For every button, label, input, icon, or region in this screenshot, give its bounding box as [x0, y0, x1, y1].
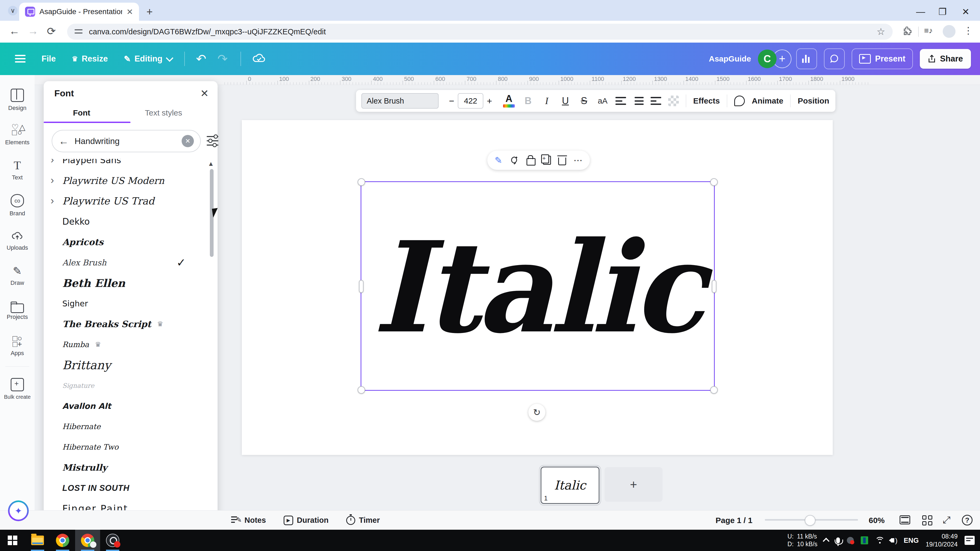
timer-button[interactable]: Timer: [346, 516, 380, 525]
font-list-item[interactable]: Brittany: [44, 355, 209, 375]
sidebar-item-draw[interactable]: ✎Draw: [2, 258, 33, 293]
browser-menu-icon[interactable]: ⋮: [964, 25, 973, 36]
position-button[interactable]: Position: [797, 96, 829, 105]
tray-expand-icon[interactable]: [822, 538, 829, 545]
duration-button[interactable]: ▶Duration: [284, 516, 329, 525]
file-menu-button[interactable]: File: [41, 54, 56, 64]
insights-button[interactable]: [796, 48, 817, 69]
more-options-icon[interactable]: ⋯: [574, 155, 583, 165]
font-size-value[interactable]: 422: [458, 93, 483, 109]
tab-text-styles[interactable]: Text styles: [145, 108, 182, 118]
page-thumbnail-1[interactable]: Italic 1: [541, 467, 600, 504]
file-explorer-taskbar-icon[interactable]: [25, 530, 50, 551]
obs-taskbar-icon[interactable]: [100, 530, 125, 551]
sidebar-item-text[interactable]: TText: [2, 153, 33, 188]
resize-handle-right[interactable]: [712, 280, 716, 293]
line-spacing-icon[interactable]: [651, 97, 661, 105]
font-list-item[interactable]: ›Playpen Sans: [44, 159, 209, 170]
font-list-item[interactable]: Alex Brush✓: [44, 252, 209, 273]
reload-button[interactable]: ⟳: [47, 25, 56, 37]
canva-assistant-button[interactable]: ✦: [8, 500, 29, 521]
start-button[interactable]: [0, 530, 25, 551]
add-page-button[interactable]: +: [605, 467, 663, 502]
browser-tab[interactable]: AsapGuide - Presentation ✕: [19, 3, 139, 21]
bold-button[interactable]: B: [522, 95, 534, 106]
font-search-input[interactable]: ← Handwriting ✕: [52, 130, 201, 152]
font-list-item[interactable]: ›Playwrite US Trad: [44, 191, 209, 211]
microphone-icon[interactable]: [836, 537, 840, 543]
sidebar-item-bulk-create[interactable]: Bulk create: [2, 371, 33, 407]
design-title[interactable]: AsapGuide: [709, 54, 751, 64]
tray-app-icon[interactable]: [861, 536, 868, 545]
transparency-button[interactable]: [668, 95, 679, 106]
delete-icon[interactable]: [558, 157, 566, 165]
resize-handle-left[interactable]: [359, 280, 363, 293]
window-close-button[interactable]: ✕: [962, 6, 970, 17]
help-button[interactable]: ?: [962, 515, 972, 526]
undo-button[interactable]: ↶: [196, 52, 206, 66]
zoom-slider[interactable]: [765, 519, 858, 521]
window-minimize-button[interactable]: —: [916, 6, 925, 17]
presenter-view-icon[interactable]: [900, 515, 910, 524]
rotate-handle[interactable]: ↻: [528, 404, 546, 421]
selection-box[interactable]: [361, 181, 715, 391]
font-list-item[interactable]: Avallon Alt: [44, 396, 209, 416]
site-settings-icon[interactable]: [75, 28, 83, 35]
language-indicator[interactable]: ENG: [904, 536, 919, 545]
font-list-item[interactable]: ›Playwrite US Modern: [44, 170, 209, 191]
italic-button[interactable]: I: [541, 95, 552, 106]
comment-add-icon[interactable]: [510, 156, 519, 165]
font-list-item[interactable]: Beth Ellen: [44, 273, 209, 293]
text-color-button[interactable]: A: [503, 94, 515, 108]
notification-center-icon[interactable]: [964, 536, 975, 545]
resize-handle-top-left[interactable]: [358, 178, 365, 186]
share-button[interactable]: Share: [920, 49, 971, 69]
effects-button[interactable]: Effects: [693, 96, 720, 105]
font-list-item[interactable]: Mistrully: [44, 457, 209, 478]
bookmark-star-icon[interactable]: ☆: [877, 26, 885, 37]
media-playlist-icon[interactable]: ≡♪: [924, 26, 933, 35]
chrome-active-taskbar-icon[interactable]: [75, 530, 100, 551]
window-restore-button[interactable]: ❐: [939, 6, 947, 17]
redo-button[interactable]: ↷: [218, 52, 228, 66]
expand-chevron-icon[interactable]: ›: [51, 195, 54, 206]
font-list-item[interactable]: Signature: [44, 375, 209, 396]
resize-handle-top-right[interactable]: [710, 178, 718, 186]
sidebar-item-brand[interactable]: coBrand: [2, 188, 33, 223]
present-button[interactable]: Present: [852, 48, 913, 69]
duplicate-icon[interactable]: [543, 156, 551, 165]
font-list-item[interactable]: Apricots: [44, 232, 209, 252]
font-size-decrease-button[interactable]: −: [445, 96, 458, 106]
bullet-list-icon[interactable]: [633, 97, 644, 105]
sidebar-item-design[interactable]: Design: [2, 83, 33, 118]
forward-button[interactable]: →: [28, 25, 38, 37]
editing-mode-dropdown[interactable]: ✎Editing: [124, 54, 172, 64]
text-align-icon[interactable]: [616, 97, 626, 105]
notes-button[interactable]: Notes: [231, 516, 266, 525]
text-case-button[interactable]: aA: [597, 96, 609, 105]
clock[interactable]: 08:49 19/10/2024: [926, 532, 958, 548]
zoom-slider-thumb[interactable]: [805, 515, 815, 526]
chrome-taskbar-icon[interactable]: [50, 530, 75, 551]
font-list-item[interactable]: Dekko: [44, 211, 209, 232]
font-list-item[interactable]: Hibernate Two: [44, 437, 209, 457]
font-family-selector[interactable]: Alex Brush: [361, 93, 439, 109]
zoom-percent[interactable]: 60%: [869, 516, 885, 525]
back-button[interactable]: ←: [9, 25, 20, 37]
expand-chevron-icon[interactable]: ›: [51, 174, 54, 186]
grid-view-icon[interactable]: [922, 515, 932, 526]
font-list-item[interactable]: LOST IN SOUTH: [44, 478, 209, 498]
new-tab-button[interactable]: +: [146, 6, 153, 18]
fullscreen-icon[interactable]: ⤢: [943, 514, 950, 526]
obs-tray-icon[interactable]: [847, 537, 854, 544]
extensions-icon[interactable]: [902, 27, 912, 36]
font-panel-close-icon[interactable]: ✕: [200, 87, 209, 99]
profile-avatar[interactable]: [943, 25, 956, 38]
font-filter-icon[interactable]: [207, 135, 218, 147]
magic-write-icon[interactable]: ✎: [495, 155, 503, 165]
resize-handle-bottom-left[interactable]: [358, 386, 365, 394]
scroll-up-arrow-icon[interactable]: ▲: [208, 160, 214, 167]
sidebar-item-projects[interactable]: Projects: [2, 293, 33, 329]
comments-button[interactable]: [824, 48, 845, 69]
underline-button[interactable]: U: [560, 95, 571, 106]
